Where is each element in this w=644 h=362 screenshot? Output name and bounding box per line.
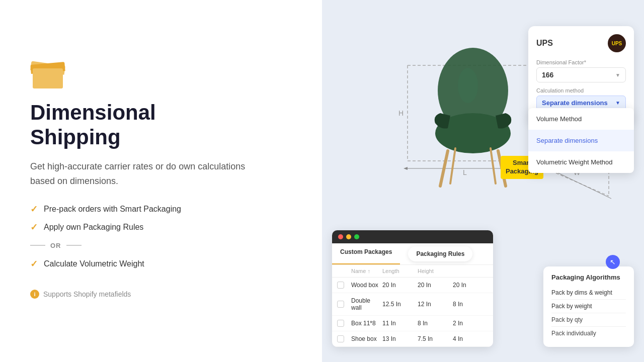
- svg-text:L: L: [463, 168, 467, 176]
- row-name-2: Double wall: [351, 297, 382, 311]
- row-height-2: 8 In: [453, 301, 488, 308]
- svg-point-14: [438, 48, 508, 133]
- ups-dim-factor-label: Dimensional Factor*: [536, 59, 626, 65]
- ups-calc-method-field: Calculation method Separate dimensions ▼: [536, 87, 626, 110]
- row-width-1: 20 In: [418, 282, 453, 289]
- table-toolbar: [332, 230, 493, 243]
- ups-dim-factor-field: Dimensional Factor* 166 ▼: [536, 59, 626, 82]
- algo-card: Packaging Algorithms Pack by dims & weig…: [543, 266, 634, 347]
- row-length-4: 13 In: [382, 335, 418, 342]
- info-icon: i: [30, 290, 39, 299]
- svg-point-20: [458, 68, 478, 103]
- ups-header: UPS UPS: [536, 34, 626, 52]
- cursor-circle: ↖: [606, 255, 620, 269]
- row-height-1: 20 In: [453, 282, 488, 289]
- tab-packaging-rules[interactable]: Packaging Rules: [408, 246, 472, 261]
- row-height-3: 2 In: [453, 320, 488, 327]
- svg-point-15: [435, 113, 511, 153]
- toolbar-dot-red: [338, 234, 343, 239]
- ups-dim-factor-value[interactable]: 166 ▼: [536, 67, 626, 82]
- row-name-4: Shoe box: [351, 335, 382, 342]
- feature-list: ✓ Pre-pack orders with Smart Packaging ✓…: [30, 204, 292, 269]
- col-length: Length: [382, 268, 418, 274]
- check-icon-3: ✓: [30, 258, 38, 269]
- feature-item-3: ✓ Calculate Volumetric Weight: [30, 258, 292, 269]
- app-logo: [30, 63, 292, 88]
- or-divider: OR: [30, 242, 292, 249]
- metafields-notice: i Supports Shopify metafields: [30, 290, 292, 299]
- row-length-2: 12.5 In: [382, 301, 418, 308]
- feature-item-2: ✓ Apply own Packaging Rules: [30, 222, 292, 233]
- row-checkbox-4[interactable]: [337, 335, 344, 342]
- algo-title: Packaging Algorithms: [551, 274, 626, 281]
- left-panel: Dimensional Shipping Get high-accurate c…: [0, 0, 322, 362]
- page-subtitle: Get high-accurate carrier rates or do ow…: [30, 159, 252, 189]
- row-height-4: 4 In: [453, 335, 488, 342]
- ups-logo: UPS: [608, 34, 626, 52]
- calc-method-arrow: ▼: [615, 100, 620, 106]
- check-icon-2: ✓: [30, 222, 38, 233]
- row-length-1: 20 In: [382, 282, 418, 289]
- table-row: Shoe box 13 In 7.5 In 4 In: [332, 331, 493, 347]
- calc-method-dropdown: Volume Method Separate dimensions Volume…: [528, 108, 634, 173]
- svg-text:H: H: [398, 109, 404, 117]
- page-title: Dimensional Shipping: [30, 101, 292, 149]
- packaging-table: Custom Packages Packaging Rules Name ↑ L…: [332, 230, 493, 347]
- dropdown-item-separate-dims[interactable]: Separate dimensions: [528, 130, 634, 151]
- table-row: Double wall 12.5 In 12 In 8 In: [332, 293, 493, 316]
- table-header: Name ↑ Length Height: [332, 265, 493, 278]
- table-row: Wood box 20 In 20 In 20 In: [332, 278, 493, 293]
- cursor: ↖: [606, 255, 620, 269]
- ups-title: UPS: [536, 39, 553, 48]
- dropdown-item-vol-weight-method[interactable]: Volumetric Weight Method: [528, 151, 634, 173]
- cursor-arrow-icon: ↖: [610, 258, 616, 266]
- algo-item-3[interactable]: Pack by qty: [551, 313, 626, 327]
- dropdown-item-volume-method[interactable]: Volume Method: [528, 108, 634, 130]
- col-width: Height: [418, 268, 453, 274]
- dim-factor-arrow: ▼: [615, 72, 620, 78]
- row-width-2: 12 In: [418, 301, 453, 308]
- svg-line-19: [491, 148, 496, 184]
- check-icon-1: ✓: [30, 204, 38, 215]
- row-checkbox-2[interactable]: [337, 301, 344, 308]
- col-checkbox: [337, 268, 351, 274]
- algo-item-2[interactable]: Pack by weight: [551, 300, 626, 313]
- toolbar-dot-yellow: [346, 234, 351, 239]
- row-name-3: Box 11*8: [351, 320, 382, 327]
- row-checkbox-3[interactable]: [337, 320, 344, 327]
- svg-line-16: [440, 151, 448, 186]
- toolbar-dot-green: [354, 234, 359, 239]
- algo-item-1[interactable]: Pack by dims & weight: [551, 286, 626, 300]
- col-name: Name ↑: [351, 268, 382, 274]
- right-panel: H L W Volume: [322, 0, 644, 362]
- svg-line-18: [450, 148, 455, 184]
- row-checkbox-1[interactable]: [337, 282, 344, 289]
- algo-item-4[interactable]: Pack individually: [551, 327, 626, 340]
- col-height: [453, 268, 488, 274]
- row-name-1: Wood box: [351, 282, 382, 289]
- row-width-4: 7.5 In: [418, 335, 453, 342]
- row-length-3: 11 In: [382, 320, 418, 327]
- row-width-3: 8 In: [418, 320, 453, 327]
- feature-item-1: ✓ Pre-pack orders with Smart Packaging: [30, 204, 292, 215]
- table-tabs: Custom Packages Packaging Rules: [332, 243, 493, 265]
- svg-marker-11: [404, 167, 408, 170]
- table-row: Box 11*8 11 In 8 In 2 In: [332, 316, 493, 331]
- ups-calc-method-label: Calculation method: [536, 87, 626, 94]
- tab-custom-packages[interactable]: Custom Packages: [332, 243, 400, 264]
